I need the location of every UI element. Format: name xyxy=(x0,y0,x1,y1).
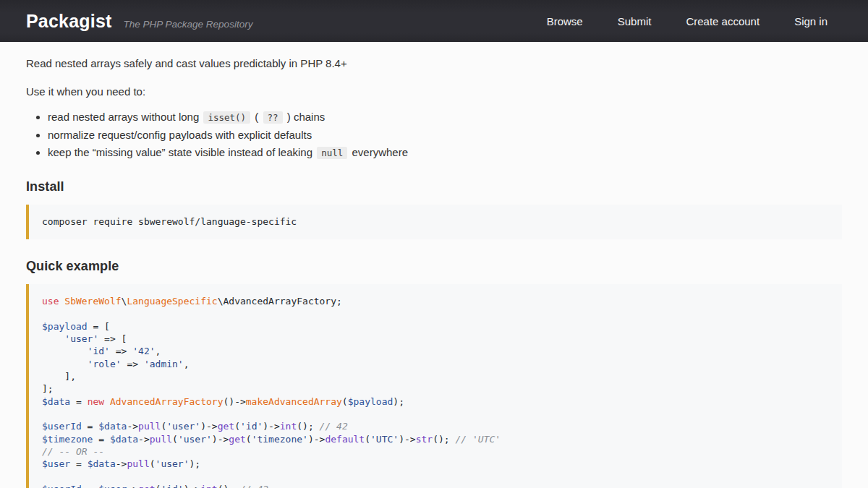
install-command: composer require sbwerewolf/language-spe… xyxy=(42,215,829,228)
brand-area: Packagist The PHP Package Repository xyxy=(26,11,252,32)
packagist-logo[interactable]: Packagist xyxy=(26,11,112,32)
nav-link-sign-in[interactable]: Sign in xyxy=(777,1,842,42)
top-navbar: Packagist The PHP Package Repository Bro… xyxy=(0,0,868,42)
use-case-item: normalize request/config payloads with e… xyxy=(48,128,842,142)
inline-code: isset() xyxy=(203,111,250,124)
intro-paragraph: Read nested arrays safely and cast value… xyxy=(26,56,842,70)
quick-example-code: use SbWereWolf\LanguageSpecific\Advanced… xyxy=(42,295,829,488)
install-code-block: composer require sbwerewolf/language-spe… xyxy=(26,205,842,239)
use-when-paragraph: Use it when you need to: xyxy=(26,85,842,98)
use-case-item: keep the “missing value” state visible i… xyxy=(48,145,842,160)
nav-link-browse[interactable]: Browse xyxy=(529,1,600,42)
nav-link-submit[interactable]: Submit xyxy=(600,1,669,42)
inline-code: ?? xyxy=(263,111,283,124)
site-tagline: The PHP Package Repository xyxy=(124,19,253,30)
use-case-list: read nested arrays without long isset() … xyxy=(26,110,842,160)
inline-code: null xyxy=(317,147,347,159)
install-heading: Install xyxy=(26,179,842,194)
quick-example-code-block: use SbWereWolf\LanguageSpecific\Advanced… xyxy=(26,284,842,488)
use-case-item: read nested arrays without long isset() … xyxy=(48,110,842,124)
main-nav: BrowseSubmitCreate accountSign in xyxy=(529,1,842,42)
quick-example-heading: Quick example xyxy=(26,259,842,274)
nav-link-create-account[interactable]: Create account xyxy=(668,1,777,42)
readme-content: Read nested arrays safely and cast value… xyxy=(0,56,868,488)
